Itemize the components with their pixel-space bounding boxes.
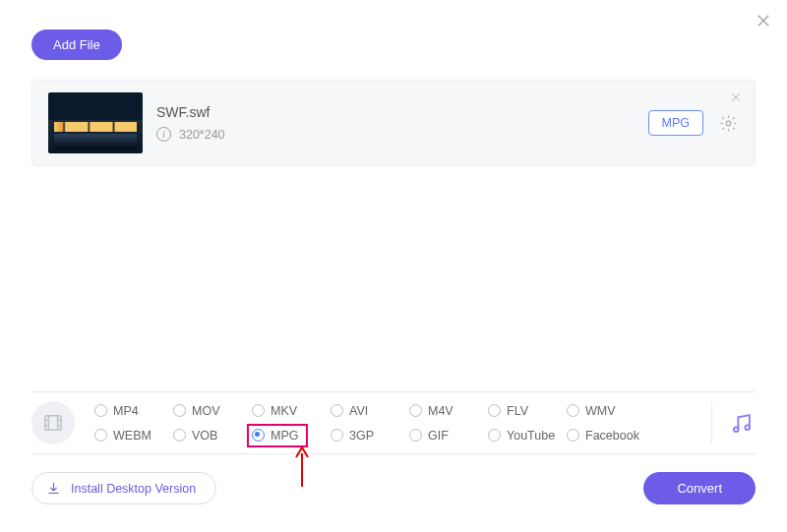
format-label: FLV <box>507 404 528 418</box>
format-label: AVI <box>349 404 368 418</box>
format-option-mkv[interactable]: MKV <box>252 404 331 418</box>
format-option-webm[interactable]: WEBM <box>94 429 173 443</box>
svg-rect-1 <box>45 416 62 431</box>
video-category-button[interactable] <box>31 401 75 444</box>
close-window-button[interactable] <box>752 9 775 32</box>
close-icon <box>755 12 772 30</box>
install-desktop-button[interactable]: Install Desktop Version <box>31 472 216 504</box>
close-icon <box>729 90 743 104</box>
format-radio-mov[interactable] <box>173 404 186 417</box>
format-radio-mpg[interactable] <box>252 429 265 442</box>
format-label: YouTube <box>507 429 555 443</box>
format-label: VOB <box>192 429 217 443</box>
svg-point-3 <box>745 425 750 430</box>
format-option-mpg[interactable]: MPG <box>252 429 331 443</box>
format-option-3gp[interactable]: 3GP <box>331 429 409 443</box>
format-option-flv[interactable]: FLV <box>488 404 567 418</box>
format-selector: MP4MOVMKVAVIM4VFLVWMV WEBMVOBMPG3GPGIFYo… <box>31 391 756 454</box>
file-resolution: 320*240 <box>179 128 225 142</box>
format-radio-mp4[interactable] <box>94 404 107 417</box>
format-option-youtube[interactable]: YouTube <box>488 429 567 443</box>
gear-icon <box>719 114 738 133</box>
format-label: 3GP <box>349 429 374 443</box>
format-radio-gif[interactable] <box>409 429 422 442</box>
target-format-badge[interactable]: MPG <box>648 110 703 136</box>
add-file-button[interactable]: Add File <box>31 30 122 60</box>
format-option-facebook[interactable]: Facebook <box>567 429 645 443</box>
format-radio-vob[interactable] <box>173 429 186 442</box>
format-label: MPG <box>271 429 298 443</box>
format-radio-m4v[interactable] <box>409 404 422 417</box>
music-icon <box>729 411 754 436</box>
format-option-vob[interactable]: VOB <box>173 429 252 443</box>
settings-button[interactable] <box>717 112 739 134</box>
format-option-avi[interactable]: AVI <box>331 404 409 418</box>
format-radio-flv[interactable] <box>488 404 501 417</box>
format-radio-wmv[interactable] <box>567 404 579 417</box>
info-icon[interactable]: i <box>156 127 171 142</box>
format-label: MKV <box>271 404 297 418</box>
format-label: MP4 <box>113 404 139 418</box>
format-radio-3gp[interactable] <box>331 429 343 442</box>
format-option-wmv[interactable]: WMV <box>567 404 645 418</box>
format-label: GIF <box>428 429 449 443</box>
separator <box>711 401 712 444</box>
format-radio-webm[interactable] <box>94 429 107 442</box>
format-option-mov[interactable]: MOV <box>173 404 252 418</box>
svg-point-2 <box>734 427 739 432</box>
audio-category-button[interactable] <box>726 411 756 436</box>
remove-file-button[interactable] <box>727 89 745 106</box>
format-radio-youtube[interactable] <box>488 429 501 442</box>
convert-button[interactable]: Convert <box>643 472 756 504</box>
format-option-mp4[interactable]: MP4 <box>94 404 173 418</box>
file-thumbnail <box>48 92 143 153</box>
format-label: WMV <box>585 404 616 418</box>
format-label: MOV <box>192 404 219 418</box>
format-label: WEBM <box>113 429 151 443</box>
file-name: SWF.swf <box>156 104 635 120</box>
install-desktop-label: Install Desktop Version <box>71 482 196 496</box>
download-icon <box>46 481 61 496</box>
file-card: SWF.swf i 320*240 MPG <box>31 80 756 166</box>
svg-point-0 <box>726 121 731 126</box>
film-icon <box>42 412 64 434</box>
format-radio-avi[interactable] <box>331 404 343 417</box>
format-label: M4V <box>428 404 454 418</box>
format-option-gif[interactable]: GIF <box>409 429 488 443</box>
format-radio-mkv[interactable] <box>252 404 265 417</box>
format-option-m4v[interactable]: M4V <box>409 404 488 418</box>
format-label: Facebook <box>585 429 639 443</box>
format-radio-facebook[interactable] <box>567 429 579 442</box>
